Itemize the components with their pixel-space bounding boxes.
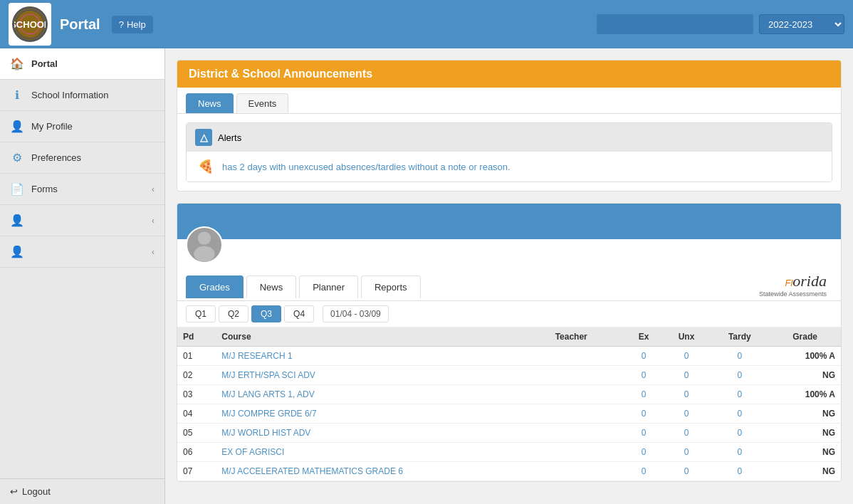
cell-course[interactable]: M/J COMPRE GRDE 6/7 bbox=[216, 404, 549, 424]
q1-button[interactable]: Q1 bbox=[186, 305, 216, 322]
tab-grades[interactable]: Grades bbox=[186, 275, 244, 298]
sidebar-item-school-information[interactable]: ℹ School Information bbox=[0, 80, 164, 111]
cell-unx: 0 bbox=[663, 385, 711, 404]
year-select[interactable]: 2022-2023 2021-2022 2020-2021 bbox=[759, 14, 844, 34]
cell-unx: 0 bbox=[663, 404, 711, 424]
cell-grade: NG bbox=[769, 404, 841, 424]
cell-ex: 0 bbox=[624, 443, 662, 462]
col-teacher: Teacher bbox=[550, 327, 625, 347]
cell-ex: 0 bbox=[624, 462, 662, 481]
sidebar-item-portal[interactable]: 🏠 Portal bbox=[0, 48, 164, 80]
sidebar: 🏠 Portal ℹ School Information 👤 My Profi… bbox=[0, 48, 165, 504]
q2-button[interactable]: Q2 bbox=[219, 305, 248, 322]
student-card: Grades News Planner Reports Florida Stat… bbox=[177, 203, 842, 482]
student-avatar-area bbox=[177, 239, 841, 269]
tab-student-news[interactable]: News bbox=[246, 275, 297, 298]
alerts-label: Alerts bbox=[218, 132, 241, 143]
announcements-title: District & School Announcements bbox=[177, 61, 841, 88]
cell-course[interactable]: M/J ACCELERATED MATHEMATICS GRADE 6 bbox=[216, 462, 549, 481]
sidebar-label-portal: Portal bbox=[31, 58, 155, 69]
tab-reports[interactable]: Reports bbox=[361, 275, 421, 298]
sidebar-item-student1[interactable]: 👤 ‹ bbox=[0, 205, 164, 236]
alert-emoji-icon: 🍕 bbox=[198, 159, 214, 174]
cell-teacher bbox=[550, 462, 625, 481]
cell-unx: 0 bbox=[663, 366, 711, 385]
cell-grade: NG bbox=[769, 443, 841, 462]
sidebar-item-preferences[interactable]: ⚙ Preferences bbox=[0, 142, 164, 174]
cell-course[interactable]: M/J LANG ARTS 1, ADV bbox=[216, 385, 549, 404]
col-course: Course bbox=[216, 327, 549, 347]
cell-grade: NG bbox=[769, 366, 841, 385]
cell-pd: 05 bbox=[177, 424, 216, 443]
florida-logo: Florida Statewide Assessments bbox=[753, 269, 832, 300]
tab-events[interactable]: Events bbox=[236, 93, 289, 113]
table-row: 02 M/J ERTH/SPA SCI ADV 0 0 0 NG bbox=[177, 366, 841, 385]
logo-circle: SCHOOL bbox=[12, 6, 48, 42]
chevron-icon-3: ‹ bbox=[152, 247, 155, 257]
svg-point-4 bbox=[194, 246, 215, 262]
cell-course[interactable]: M/J ERTH/SPA SCI ADV bbox=[216, 366, 549, 385]
col-unx: Unx bbox=[663, 327, 711, 347]
sidebar-item-student2[interactable]: 👤 ‹ bbox=[0, 236, 164, 268]
florida-text: Florida bbox=[785, 272, 827, 290]
sidebar-label-my-profile: My Profile bbox=[31, 121, 155, 132]
cell-unx: 0 bbox=[663, 347, 711, 366]
cell-tardy: 0 bbox=[710, 347, 769, 366]
col-grade: Grade bbox=[769, 327, 841, 347]
table-row: 07 M/J ACCELERATED MATHEMATICS GRADE 6 0… bbox=[177, 462, 841, 481]
cell-tardy: 0 bbox=[710, 385, 769, 404]
cell-tardy: 0 bbox=[710, 366, 769, 385]
profile-icon: 👤 bbox=[10, 120, 24, 133]
sidebar-item-forms[interactable]: 📄 Forms ‹ bbox=[0, 174, 164, 205]
table-header-row: Pd Course Teacher Ex Unx Tardy Grade bbox=[177, 327, 841, 347]
sidebar-item-my-profile[interactable]: 👤 My Profile bbox=[0, 111, 164, 142]
grades-table: Pd Course Teacher Ex Unx Tardy Grade 01 … bbox=[177, 327, 841, 481]
cell-ex: 0 bbox=[624, 404, 662, 424]
table-row: 04 M/J COMPRE GRDE 6/7 0 0 0 NG bbox=[177, 404, 841, 424]
chevron-icon-2: ‹ bbox=[152, 216, 155, 226]
cell-teacher bbox=[550, 424, 625, 443]
logout-label: Logout bbox=[22, 486, 51, 497]
chevron-icon: ‹ bbox=[152, 184, 155, 194]
cell-grade: NG bbox=[769, 424, 841, 443]
search-input[interactable] bbox=[597, 14, 753, 34]
q3-button[interactable]: Q3 bbox=[251, 305, 281, 322]
cell-ex: 0 bbox=[624, 347, 662, 366]
cell-ex: 0 bbox=[624, 424, 662, 443]
student-header-bar bbox=[177, 204, 841, 239]
question-icon: ? bbox=[119, 19, 124, 30]
cell-tardy: 0 bbox=[710, 443, 769, 462]
grades-tab-bar: Grades News Planner Reports Florida Stat… bbox=[177, 269, 841, 301]
svg-point-3 bbox=[198, 231, 211, 244]
cell-pd: 01 bbox=[177, 347, 216, 366]
tab-planner[interactable]: Planner bbox=[299, 275, 358, 298]
cell-course[interactable]: M/J WORLD HIST ADV bbox=[216, 424, 549, 443]
cell-ex: 0 bbox=[624, 385, 662, 404]
cell-teacher bbox=[550, 404, 625, 424]
cell-teacher bbox=[550, 347, 625, 366]
cell-ex: 0 bbox=[624, 366, 662, 385]
cell-grade: 100% A bbox=[769, 347, 841, 366]
cell-teacher bbox=[550, 443, 625, 462]
cell-course[interactable]: M/J RESEARCH 1 bbox=[216, 347, 549, 366]
col-tardy: Tardy bbox=[710, 327, 769, 347]
cell-tardy: 0 bbox=[710, 424, 769, 443]
logout-button[interactable]: ↩ Logout bbox=[0, 478, 164, 504]
sidebar-label-forms: Forms bbox=[31, 184, 145, 194]
help-button[interactable]: ? Help bbox=[112, 16, 153, 33]
student2-icon: 👤 bbox=[10, 245, 24, 258]
cell-pd: 06 bbox=[177, 443, 216, 462]
svg-text:SCHOOL: SCHOOL bbox=[14, 19, 46, 30]
florida-sub-text: Statewide Assessments bbox=[759, 290, 827, 298]
quarter-bar: Q1 Q2 Q3 Q4 01/04 - 03/09 bbox=[177, 301, 841, 327]
cell-unx: 0 bbox=[663, 443, 711, 462]
tab-news[interactable]: News bbox=[186, 93, 234, 113]
cell-course[interactable]: EX OF AGRISCI bbox=[216, 443, 549, 462]
forms-icon: 📄 bbox=[10, 182, 24, 196]
avatar bbox=[186, 226, 223, 263]
table-row: 06 EX OF AGRISCI 0 0 0 NG bbox=[177, 443, 841, 462]
q4-button[interactable]: Q4 bbox=[284, 305, 314, 322]
sidebar-label-preferences: Preferences bbox=[31, 152, 155, 163]
col-ex: Ex bbox=[624, 327, 662, 347]
cell-tardy: 0 bbox=[710, 462, 769, 481]
